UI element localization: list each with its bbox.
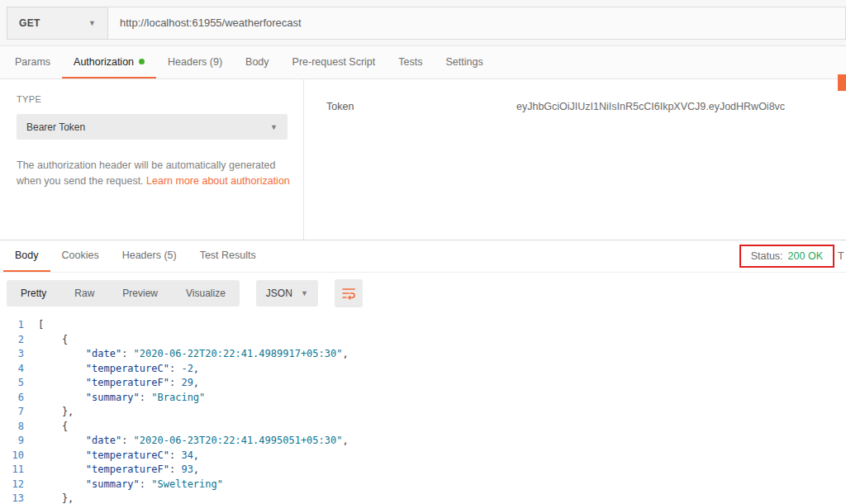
status-label: Status: (751, 250, 783, 262)
auth-token-pane: Token eyJhbGciOiJIUzI1NiIsInR5cCI6IkpXVC… (304, 79, 846, 240)
code-line: 12 "summary": "Sweltering" (0, 478, 846, 492)
line-number: 9 (0, 434, 38, 449)
line-number: 12 (0, 478, 38, 492)
code-text: [ (38, 318, 44, 333)
view-mode-raw[interactable]: Raw (60, 280, 108, 307)
token-label: Token (326, 101, 516, 240)
tab-label: Body (245, 56, 269, 68)
code-text: "date": "2020-06-23T20:22:41.4995051+05:… (38, 434, 349, 449)
code-text: "date": "2020-06-22T20:22:41.4989917+05:… (38, 347, 349, 362)
auth-type-label: TYPE (17, 94, 287, 104)
wrap-text-button[interactable] (335, 279, 363, 307)
view-mode-pretty[interactable]: Pretty (7, 280, 60, 307)
code-line: 4 "temperatureC": -2, (0, 362, 846, 377)
tab-headers[interactable]: Headers (9) (156, 46, 234, 78)
code-line: 7 }, (0, 405, 846, 420)
code-line: 3 "date": "2020-06-22T20:22:41.4989917+0… (0, 347, 846, 362)
tab-label: Pre-request Script (292, 56, 376, 68)
tab-body[interactable]: Body (234, 46, 281, 78)
code-text: "temperatureF": 29, (38, 376, 199, 391)
method-dropdown[interactable]: GET ▼ (7, 7, 107, 40)
code-line: 9 "date": "2020-06-23T20:22:41.4995051+0… (0, 434, 846, 449)
status-value: 200 OK (788, 250, 823, 262)
tab-label: Headers (5) (122, 250, 177, 261)
auth-active-dot-icon (139, 59, 145, 64)
view-mode-preview[interactable]: Preview (108, 280, 172, 307)
code-line: 11 "temperatureF": 93, (0, 463, 846, 478)
line-number: 8 (0, 420, 38, 435)
line-number: 13 (0, 492, 38, 504)
line-number: 7 (0, 405, 38, 420)
tab-params[interactable]: Params (3, 46, 62, 78)
tab-label: Authorization (74, 56, 134, 68)
code-text: }, (38, 405, 74, 420)
code-line: 13 }, (0, 492, 846, 504)
code-text: { (38, 420, 68, 435)
line-number: 1 (0, 318, 38, 333)
tab-label: Params (15, 56, 50, 68)
line-number: 10 (0, 449, 38, 464)
line-number: 3 (0, 347, 38, 362)
auth-type-pane: TYPE Bearer Token ▼ The authorization he… (0, 79, 304, 240)
url-input[interactable] (107, 7, 846, 40)
wrap-text-icon (341, 287, 356, 300)
line-number: 4 (0, 362, 38, 377)
request-tabs: Params Authorization Headers (9) Body Pr… (0, 46, 846, 79)
code-line: 6 "summary": "Bracing" (0, 391, 846, 406)
auth-type-dropdown[interactable]: Bearer Token ▼ (17, 114, 288, 140)
tab-label: Test Results (200, 250, 256, 261)
response-body-code[interactable]: 1[2 {3 "date": "2020-06-22T20:22:41.4989… (0, 314, 846, 504)
tab-settings[interactable]: Settings (434, 46, 494, 78)
code-text: "summary": "Sweltering" (38, 478, 223, 492)
language-value: JSON (266, 288, 292, 299)
tab-label: Cookies (62, 250, 99, 261)
response-tab-body[interactable]: Body (3, 240, 50, 272)
code-line: 5 "temperatureF": 29, (0, 376, 846, 391)
response-view-toolbar: Pretty Raw Preview Visualize JSON ▼ (0, 273, 846, 314)
code-line: 10 "temperatureC": 34, (0, 449, 846, 464)
code-text: "summary": "Bracing" (38, 391, 205, 406)
chevron-down-icon: ▼ (301, 289, 308, 297)
line-number: 2 (0, 333, 38, 348)
learn-more-link[interactable]: Learn more about authorization (146, 175, 290, 187)
response-tab-test-results[interactable]: Test Results (188, 240, 268, 272)
clipped-orange-element (838, 74, 846, 91)
tab-pre-request-script[interactable]: Pre-request Script (281, 46, 387, 78)
code-text: "temperatureC": 34, (38, 449, 199, 464)
code-text: "temperatureC": -2, (38, 362, 199, 377)
method-label: GET (19, 17, 40, 29)
tab-authorization[interactable]: Authorization (62, 46, 156, 78)
line-number: 5 (0, 376, 38, 391)
tab-tests[interactable]: Tests (387, 46, 434, 78)
time-label-clipped: T (838, 250, 846, 262)
code-text: { (38, 333, 68, 348)
language-dropdown[interactable]: JSON ▼ (256, 280, 318, 307)
token-value-field[interactable]: eyJhbGciOiJIUzI1NiIsInR5cCI6IkpXVCJ9.eyJ… (516, 101, 846, 240)
code-text: }, (38, 492, 74, 504)
response-tab-headers[interactable]: Headers (5) (111, 240, 188, 272)
tab-label: Tests (398, 56, 422, 68)
response-tabs: Body Cookies Headers (5) Test Results St… (0, 240, 846, 273)
tab-label: Settings (445, 56, 482, 68)
request-bar: GET ▼ (0, 0, 846, 46)
line-number: 11 (0, 463, 38, 478)
line-number: 6 (0, 391, 38, 406)
tab-label: Headers (9) (168, 56, 222, 68)
status-annotation-box: Status: 200 OK (739, 245, 834, 268)
auth-type-value: Bearer Token (26, 121, 85, 133)
code-line: 1[ (0, 318, 846, 333)
tab-label: Body (15, 250, 39, 261)
view-mode-visualize[interactable]: Visualize (172, 280, 240, 307)
code-text: "temperatureF": 93, (38, 463, 199, 478)
chevron-down-icon: ▼ (88, 19, 96, 27)
auth-help-text: The authorization header will be automat… (17, 158, 291, 189)
authorization-panel: TYPE Bearer Token ▼ The authorization he… (0, 79, 846, 240)
code-line: 2 { (0, 333, 846, 348)
view-mode-group: Pretty Raw Preview Visualize (7, 280, 240, 307)
code-line: 8 { (0, 420, 846, 435)
response-tab-cookies[interactable]: Cookies (50, 240, 111, 272)
response-meta: Status: 200 OK T (739, 240, 846, 272)
chevron-down-icon: ▼ (270, 123, 278, 131)
